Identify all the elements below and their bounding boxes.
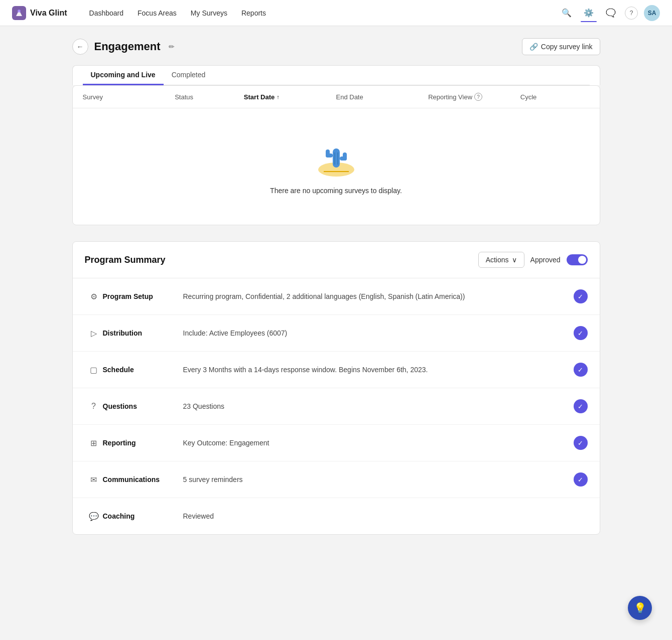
- help-button[interactable]: ?: [625, 7, 638, 20]
- page-title: Engagement: [94, 40, 161, 53]
- row-label-schedule: Schedule: [103, 366, 183, 374]
- chat-button[interactable]: 🗨️: [603, 5, 619, 21]
- row-label-questions: Questions: [103, 402, 183, 410]
- top-navigation: Viva Glint Dashboard Focus Areas My Surv…: [0, 0, 672, 26]
- tab-completed[interactable]: Completed: [164, 66, 214, 85]
- logo[interactable]: Viva Glint: [12, 6, 67, 20]
- row-label-program-setup: Program Setup: [103, 292, 183, 300]
- row-check-program-setup: ✓: [574, 289, 588, 303]
- row-icon-coaching: 💬: [85, 507, 103, 525]
- logo-text: Viva Glint: [30, 9, 67, 18]
- tabs: Upcoming and Live Completed: [83, 66, 590, 85]
- row-label-coaching: Coaching: [103, 512, 183, 520]
- svg-point-2: [18, 10, 21, 13]
- row-label-reporting: Reporting: [103, 439, 183, 447]
- col-end-date[interactable]: End Date: [336, 93, 429, 101]
- page-header: ← Engagement ✏ 🔗 Copy survey link: [72, 38, 600, 55]
- row-value-distribution: Include: Active Employees (6007): [183, 329, 574, 337]
- program-row-questions[interactable]: ? Questions 23 Questions ✓: [73, 388, 600, 425]
- row-icon-schedule: ▢: [85, 361, 103, 379]
- row-icon-distribution: ▷: [85, 324, 103, 342]
- row-value-schedule: Every 3 Months with a 14-days response w…: [183, 366, 574, 374]
- header-left: ← Engagement ✏: [72, 39, 177, 55]
- settings-button[interactable]: ⚙️: [581, 5, 597, 21]
- approved-toggle[interactable]: [567, 254, 588, 265]
- row-value-questions: 23 Questions: [183, 402, 574, 410]
- nav-links: Dashboard Focus Areas My Surveys Reports: [83, 6, 559, 20]
- program-summary-section: Program Summary Actions ∨ Approved ⚙ Pro…: [72, 241, 600, 535]
- program-summary-title: Program Summary: [85, 255, 166, 265]
- copy-link-label: Copy survey link: [541, 43, 593, 51]
- row-label-distribution: Distribution: [103, 329, 183, 337]
- tabs-wrapper: Upcoming and Live Completed: [72, 65, 600, 85]
- copy-survey-link-button[interactable]: 🔗 Copy survey link: [522, 38, 600, 55]
- program-row-communications[interactable]: ✉ Communications 5 survey reminders ✓: [73, 461, 600, 498]
- row-value-reporting: Key Outcome: Engagement: [183, 439, 574, 447]
- program-summary-header: Program Summary Actions ∨ Approved: [73, 242, 600, 278]
- program-summary-controls: Actions ∨ Approved: [478, 252, 588, 268]
- program-row-reporting[interactable]: ⊞ Reporting Key Outcome: Engagement ✓: [73, 425, 600, 461]
- col-cycle: Cycle: [520, 93, 590, 101]
- program-row-program-setup[interactable]: ⚙ Program Setup Recurring program, Confi…: [73, 278, 600, 315]
- program-row-distribution[interactable]: ▷ Distribution Include: Active Employees…: [73, 315, 600, 352]
- row-icon-program-setup: ⚙: [85, 287, 103, 305]
- nav-link-my-surveys[interactable]: My Surveys: [185, 6, 233, 20]
- row-check-distribution: ✓: [574, 326, 588, 340]
- program-row-schedule[interactable]: ▢ Schedule Every 3 Months with a 14-days…: [73, 352, 600, 388]
- svg-rect-8: [343, 152, 347, 161]
- row-value-program-setup: Recurring program, Confidential, 2 addit…: [183, 292, 574, 300]
- row-icon-communications: ✉: [85, 470, 103, 489]
- sort-arrow-icon: ↑: [277, 94, 280, 100]
- survey-empty-state: There are no upcoming surveys to display…: [73, 108, 600, 225]
- empty-state-text: There are no upcoming surveys to display…: [270, 187, 402, 195]
- svg-rect-6: [326, 149, 330, 157]
- row-check-schedule: ✓: [574, 363, 588, 377]
- reporting-view-help-icon[interactable]: ?: [474, 93, 482, 101]
- row-icon-questions: ?: [85, 397, 103, 415]
- col-status: Status: [175, 93, 244, 101]
- row-check-reporting: ✓: [574, 436, 588, 450]
- nav-link-focus-areas[interactable]: Focus Areas: [131, 6, 183, 20]
- row-value-coaching: Reviewed: [183, 512, 588, 520]
- row-icon-reporting: ⊞: [85, 434, 103, 452]
- nav-actions: 🔍 ⚙️ 🗨️ ? SA: [559, 5, 660, 21]
- survey-panel: Survey Status Start Date ↑ End Date Repo…: [72, 85, 600, 225]
- nav-link-dashboard[interactable]: Dashboard: [83, 6, 130, 20]
- row-label-communications: Communications: [103, 475, 183, 484]
- actions-label: Actions: [486, 256, 509, 264]
- search-button[interactable]: 🔍: [559, 5, 575, 21]
- nav-link-reports[interactable]: Reports: [235, 6, 272, 20]
- col-survey: Survey: [83, 93, 175, 101]
- tab-upcoming-live[interactable]: Upcoming and Live: [83, 66, 164, 85]
- approved-label: Approved: [530, 256, 561, 264]
- col-start-date[interactable]: Start Date ↑: [244, 93, 336, 101]
- actions-button[interactable]: Actions ∨: [478, 252, 524, 268]
- back-button[interactable]: ←: [72, 39, 88, 55]
- cactus-illustration: [314, 138, 359, 179]
- svg-rect-4: [333, 148, 340, 168]
- copy-link-icon: 🔗: [529, 43, 538, 51]
- program-row-coaching[interactable]: 💬 Coaching Reviewed: [73, 498, 600, 534]
- row-value-communications: 5 survey reminders: [183, 475, 574, 484]
- program-rows: ⚙ Program Setup Recurring program, Confi…: [73, 278, 600, 534]
- col-reporting-view: Reporting View ?: [428, 93, 520, 101]
- row-check-communications: ✓: [574, 472, 588, 487]
- edit-title-button[interactable]: ✏: [167, 41, 177, 53]
- main-content: ← Engagement ✏ 🔗 Copy survey link Upcomi…: [60, 26, 612, 555]
- user-avatar[interactable]: SA: [644, 5, 660, 21]
- row-check-questions: ✓: [574, 399, 588, 413]
- actions-chevron-icon: ∨: [512, 256, 517, 264]
- table-header: Survey Status Start Date ↑ End Date Repo…: [73, 86, 600, 108]
